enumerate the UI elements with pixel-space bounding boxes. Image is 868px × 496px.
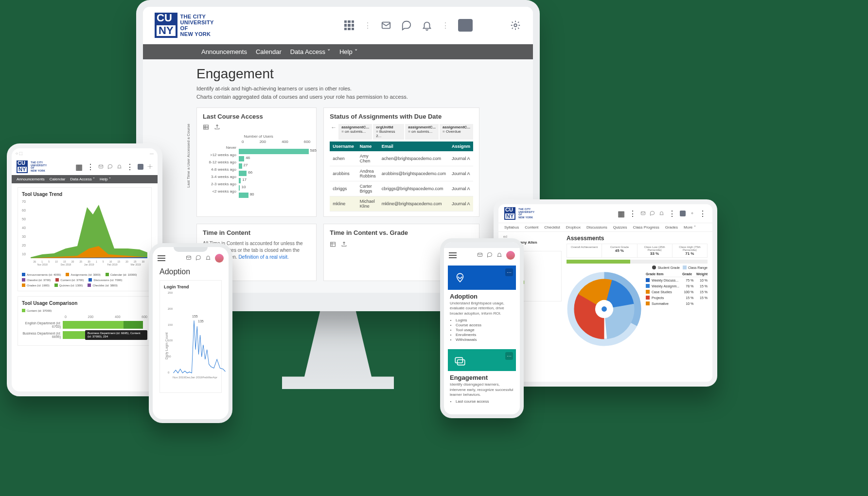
card-tool-usage-trend: Tool Usage Trend 7060 5040 3020 10 26151… [18, 187, 152, 291]
main-nav: Announcements Calendar Data Access ˅ Hel… [143, 44, 533, 59]
mail-icon[interactable] [98, 162, 104, 171]
nav-data-access[interactable]: Data Access ˅ [290, 48, 331, 55]
mail-icon[interactable] [380, 19, 392, 31]
tile-adoption[interactable] [448, 266, 516, 290]
table-row[interactable]: arobbinsAndrea Robbinsarobbins@brightspa… [330, 166, 473, 181]
nav-calendar[interactable]: Calendar [50, 177, 65, 181]
bell-icon[interactable] [496, 251, 502, 260]
card-title: Last Course Access [203, 113, 310, 120]
svg-point-1 [514, 24, 517, 27]
definition-link[interactable]: Definition of a real visit. [238, 254, 288, 260]
nav-data-access[interactable]: Data Access ˅ [70, 177, 95, 181]
gear-icon[interactable] [147, 162, 153, 171]
nav-more[interactable]: More ˅ [684, 225, 695, 230]
card-title: Status of Assignments with Due Date [330, 113, 473, 120]
breadcrumb: ← assignmentC...= on submis...orgUnitId=… [330, 124, 473, 140]
nav-help[interactable]: Help ˅ [100, 177, 111, 181]
chat-icon[interactable] [401, 19, 412, 31]
engagement-list: Last course access [450, 399, 514, 404]
svg-point-6 [149, 166, 151, 167]
list-item[interactable]: Summative10 % [646, 301, 708, 306]
list-item[interactable]: Weekly Discuss...75 %10 % [646, 277, 708, 283]
nav-discussions[interactable]: Discussions [586, 225, 607, 230]
table-view-icon[interactable] [203, 124, 209, 131]
brand-logo[interactable]: CUNY THE CITYUNIVERSITYOFNEW YORK [504, 207, 534, 220]
chat-icon[interactable] [107, 162, 113, 171]
profile-square[interactable] [138, 164, 143, 170]
chat-icon[interactable] [195, 254, 201, 263]
chat-icon[interactable] [487, 251, 493, 260]
card-last-course-access: Last Course Access Number of Users 02004… [196, 107, 317, 217]
tile-menu-icon[interactable] [505, 268, 513, 276]
nav-grades[interactable]: Grades [665, 225, 678, 230]
svg-point-15 [691, 213, 693, 214]
apps-icon[interactable]: ▦ [75, 162, 83, 172]
tablet-right: CUNY THE CITYUNIVERSITYOFNEW YORK ▦⋮ ⋮ ⋮… [494, 199, 717, 387]
monitor-stand [282, 306, 394, 389]
mail-icon[interactable] [640, 209, 646, 218]
nav-syllabus[interactable]: Syllabus [504, 225, 519, 230]
svg-rect-4 [331, 243, 336, 247]
export-icon[interactable] [214, 124, 220, 131]
menu-icon[interactable] [449, 252, 457, 258]
page-title: Adoption [159, 267, 222, 276]
mail-icon[interactable] [186, 254, 192, 263]
bell-icon[interactable] [421, 19, 433, 31]
nav-content[interactable]: Content [525, 225, 538, 230]
metrics-row: Overall AchievementCurrent Grade45 %Clas… [567, 244, 708, 258]
svg-point-23 [602, 306, 607, 312]
nav-announcements[interactable]: Announcements [17, 177, 45, 181]
donut-chart [567, 271, 642, 347]
apps-icon[interactable] [343, 19, 355, 31]
svg-rect-2 [204, 125, 209, 129]
export-icon[interactable] [341, 241, 347, 248]
section-title: Adoption [450, 293, 514, 300]
tile-menu-icon[interactable] [505, 352, 513, 360]
nav-class-progress[interactable]: Class Progress [633, 225, 659, 230]
gear-icon[interactable] [690, 209, 695, 218]
list-item[interactable]: Case Studies100 %15 % [646, 289, 708, 295]
area-chart-svg [31, 200, 147, 258]
back-icon[interactable]: ← [330, 124, 337, 131]
nav-quizzes[interactable]: Quizzes [613, 225, 627, 230]
nav-dropbox[interactable]: Dropbox [566, 225, 581, 230]
card-title: Login Trend [164, 284, 217, 289]
section-title: Assessments [567, 235, 708, 242]
table-view-icon[interactable] [330, 241, 336, 248]
nav-checklist[interactable]: Checklist [544, 225, 560, 230]
chat-icon[interactable] [650, 209, 655, 218]
table-row[interactable]: cbriggsCarter Briggscbriggs@brightspaced… [330, 181, 473, 196]
card-title: Tool Usage Comparison [22, 301, 147, 306]
section-desc: Identify disengaged learners, intervene … [450, 382, 514, 397]
nav-calendar[interactable]: Calendar [256, 48, 282, 55]
svg-rect-12 [455, 358, 462, 363]
page-subtitle-2: Charts contain aggregated data of course… [196, 93, 479, 101]
mail-icon[interactable] [477, 251, 483, 260]
avatar[interactable] [506, 251, 515, 260]
bell-icon[interactable] [117, 162, 122, 171]
grade-table: Grade ItemGradeWeight Weekly Discuss...7… [646, 271, 708, 347]
menu-icon[interactable] [158, 255, 165, 261]
tablet-left: ○ ⬚— CU NY THE CITYUNIVERSITY OFNEW YORK… [7, 143, 162, 396]
achievement-bar [567, 260, 708, 264]
profile-square[interactable] [458, 19, 473, 32]
bell-icon[interactable] [659, 209, 664, 218]
table-row[interactable]: mklineMichael Klinemkline@brightspacedem… [330, 196, 473, 212]
avatar[interactable] [215, 254, 224, 263]
brand-logo[interactable]: CU NY THE CITYUNIVERSITY OFNEW YORK [17, 160, 47, 173]
profile-square[interactable] [680, 211, 686, 216]
list-item[interactable]: Weekly Assignm...78 %15 % [646, 283, 708, 289]
brand-logo[interactable]: CU NY THE CITY UNIVERSITY OF NEW YORK [155, 13, 214, 38]
bell-icon[interactable] [205, 254, 211, 263]
table-row[interactable]: achenAmy Chenachen@brightspacedemo.comJo… [330, 151, 473, 166]
section-title: Engagement [450, 374, 514, 381]
nav-announcements[interactable]: Announcements [201, 48, 247, 55]
nav-help[interactable]: Help ˅ [339, 48, 358, 55]
list-item[interactable]: Projects15 %15 % [646, 295, 708, 301]
tile-engagement[interactable] [448, 349, 516, 371]
apps-icon[interactable]: ▦ [618, 209, 625, 218]
gear-icon[interactable] [510, 19, 521, 31]
main-nav: Announcements Calendar Data Access ˅ Hel… [12, 175, 158, 183]
card-title: Time in Content [203, 229, 310, 236]
legend: Announcements (id: 4055)Assignments (id:… [22, 273, 147, 287]
